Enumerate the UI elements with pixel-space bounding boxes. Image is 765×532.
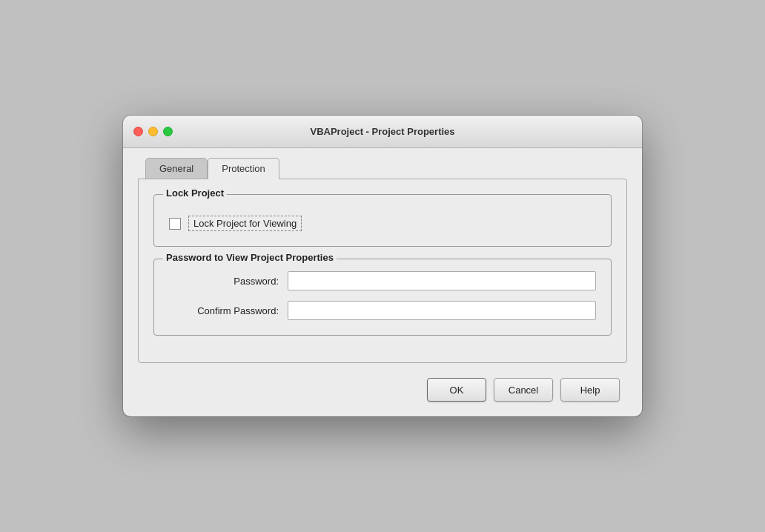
traffic-lights [133,127,173,136]
lock-project-checkbox[interactable] [169,218,181,230]
password-input[interactable] [288,271,596,290]
help-button[interactable]: Help [560,378,620,402]
window-title: VBAProject - Project Properties [310,126,454,137]
confirm-password-row: Confirm Password: [169,301,596,320]
lock-project-legend: Lock Project [163,187,227,199]
password-group: Password to View Project Properties Pass… [153,259,612,336]
lock-project-label[interactable]: Lock Project for Viewing [188,216,302,231]
maximize-button[interactable] [163,127,173,136]
lock-project-group: Lock Project Lock Project for Viewing [153,194,612,247]
confirm-password-input[interactable] [288,301,596,320]
lock-project-row: Lock Project for Viewing [169,216,596,231]
dialog-content: General Protection Lock Project Lock Pro… [123,148,642,416]
password-legend: Password to View Project Properties [163,252,337,263]
password-label: Password: [169,276,288,287]
cancel-button[interactable]: Cancel [494,378,553,402]
minimize-button[interactable] [148,127,158,136]
tab-content: Lock Project Lock Project for Viewing Pa… [138,179,627,363]
close-button[interactable] [133,127,143,136]
confirm-password-label: Confirm Password: [169,305,288,316]
tab-bar: General Protection [138,148,627,179]
ok-button[interactable]: OK [427,378,486,402]
titlebar: VBAProject - Project Properties [123,116,642,148]
button-row: OK Cancel Help [138,378,627,402]
tab-general[interactable]: General [145,158,208,179]
password-row: Password: [169,271,596,290]
lock-project-section: Lock Project for Viewing [169,216,596,231]
tab-protection[interactable]: Protection [208,158,279,179]
dialog-window: VBAProject - Project Properties General … [123,116,642,416]
